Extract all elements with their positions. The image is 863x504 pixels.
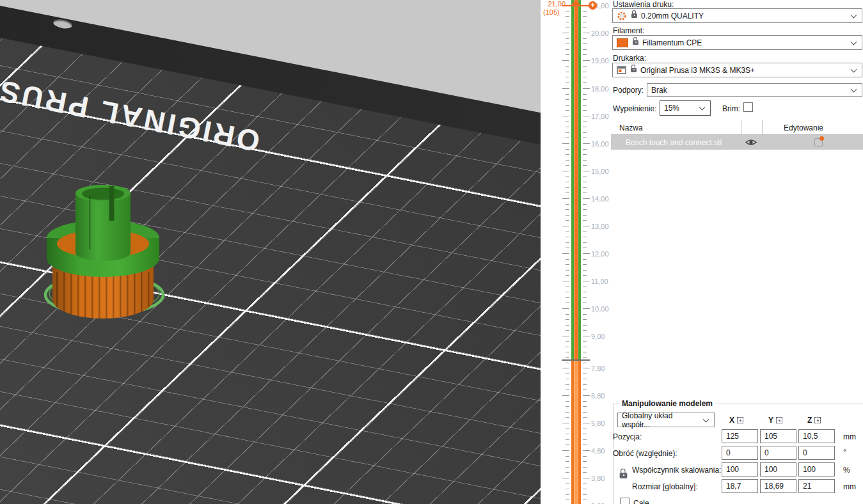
printer-label: Drukarka: [613, 54, 646, 63]
visibility-eye-icon[interactable] [745, 138, 757, 146]
size-y-field[interactable] [760, 479, 796, 493]
rotate-unit: ° [843, 448, 846, 457]
plus-icon: + [588, 1, 598, 10]
tick-label: 16,00 [591, 140, 609, 148]
size-x-field[interactable] [722, 479, 758, 493]
axis-z-icon [814, 417, 821, 423]
3d-viewport[interactable]: ORIGINAL PRUSA i3 MK3S [0, 0, 541, 504]
chevron-down-icon [703, 416, 709, 422]
add-color-change-button[interactable]: + [588, 1, 598, 10]
scale-label: Współczynnik skalowania: [632, 466, 721, 475]
scale-x-field[interactable] [722, 462, 758, 476]
tick-label: 13,00 [591, 223, 609, 230]
tick-label: 5,80 [591, 420, 605, 427]
object-list-row[interactable]: Bosch touch and connect.stl [611, 135, 863, 150]
tick-label: 9,00 [591, 333, 605, 340]
scale-unit: % [843, 466, 850, 475]
filament-value: Fillamentum CPE [642, 38, 702, 47]
rotate-z-field[interactable] [798, 446, 835, 460]
current-layer-number: (105) [543, 8, 560, 16]
filament-combo[interactable]: Fillamentum CPE [612, 35, 862, 50]
manipulation-title: Manipulowanie modelem [619, 399, 715, 408]
supports-label: Podpory: [613, 86, 644, 95]
axis-header-y: Y [768, 416, 782, 425]
size-unit: mm [843, 482, 856, 491]
chevron-down-icon [851, 12, 857, 18]
infill-combo[interactable]: 15% [660, 100, 711, 116]
rotate-x-field[interactable] [722, 446, 758, 460]
tick-label: 10,00 [591, 305, 609, 313]
column-header-name[interactable]: Nazwa [619, 123, 643, 132]
brim-checkbox[interactable] [743, 102, 753, 112]
chevron-down-icon [851, 38, 857, 45]
chevron-down-icon [851, 66, 857, 72]
printer-value: Original Prusa i3 MK3S & MK3S+ [640, 66, 755, 75]
tick-label: 3,80 [591, 475, 605, 482]
print-settings-label: Ustawienia druku: [613, 0, 674, 9]
printer-icon [617, 66, 626, 74]
chevron-down-icon [851, 86, 857, 92]
tick-label: 4,80 [591, 447, 605, 455]
supports-value: Brak [651, 86, 667, 95]
model-preview[interactable] [0, 0, 541, 504]
inches-label: Cale [633, 499, 649, 504]
tick-label: 15,00 [591, 168, 609, 175]
column-separator [741, 120, 741, 134]
size-z-field[interactable] [798, 479, 835, 493]
uniform-scale-lock-icon[interactable] [620, 473, 628, 478]
lock-icon [631, 68, 637, 72]
layer-slider[interactable]: 21,0020,0019,0018,0017,0016,0015,0014,00… [541, 0, 611, 504]
coordinate-system-combo[interactable]: Globalny układ współr... [617, 413, 715, 427]
axis-y-icon [776, 417, 782, 423]
scale-y-field[interactable] [760, 462, 796, 476]
tick-label: 20,00 [591, 29, 609, 37]
rotate-label: Obróć (względnie): [613, 449, 677, 458]
printer-combo[interactable]: Original Prusa i3 MK3S & MK3S+ [612, 63, 862, 77]
axis-x-icon [737, 417, 743, 423]
tick-label: 6,80 [591, 392, 605, 400]
column-separator [762, 120, 763, 134]
chevron-down-icon [699, 104, 706, 111]
tick-label: 7,80 [591, 365, 605, 372]
size-label: Rozmiar [globalny]: [632, 482, 698, 491]
filament-color-swatch [617, 38, 628, 47]
position-unit: mm [843, 432, 856, 441]
slider-handle[interactable] [571, 0, 581, 6]
gear-icon [617, 11, 627, 21]
print-settings-value: 0.20mm QUALITY [641, 12, 704, 20]
rotate-y-field[interactable] [760, 446, 796, 460]
model-tube-green [75, 185, 131, 261]
column-header-edit[interactable]: Edytowanie [784, 123, 823, 132]
supports-combo[interactable]: Brak [647, 83, 862, 97]
position-label: Pozycja: [613, 432, 642, 441]
infill-value: 15% [664, 104, 679, 113]
tick-label: 18,00 [591, 85, 609, 93]
tick-label: 11,00 [591, 278, 608, 285]
edit-object-gear-icon [819, 136, 824, 141]
axis-header-z: Z [807, 416, 821, 425]
axis-header-x: X [729, 416, 743, 425]
coordinate-system-value: Globalny układ współr... [622, 411, 701, 429]
position-x-field[interactable] [722, 429, 758, 443]
inches-checkbox[interactable] [620, 498, 629, 504]
tick-label: 12,00 [591, 250, 609, 258]
filament-label: Filament: [613, 26, 644, 35]
position-y-field[interactable] [760, 429, 796, 443]
tick-label: 14,00 [591, 195, 609, 203]
current-z-value: 21,00 [548, 0, 566, 8]
brim-label: Brim: [722, 104, 740, 113]
tick-label: 17,00 [591, 113, 609, 120]
prusaslicer-window: ORIGINAL PRUSA i3 MK3S [0, 0, 863, 504]
object-name: Bosch touch and connect.stl [626, 138, 722, 147]
settings-panel: Ustawienia druku: 0.20mm QUALITY Filamen… [611, 0, 863, 504]
tick-label: 19,00 [591, 57, 609, 65]
position-z-field[interactable] [798, 429, 835, 443]
scale-z-field[interactable] [798, 462, 835, 476]
lock-icon [633, 40, 638, 45]
infill-label: Wypełnienie: [613, 104, 657, 113]
print-settings-combo[interactable]: 0.20mm QUALITY [612, 8, 862, 23]
lock-icon [631, 13, 637, 18]
